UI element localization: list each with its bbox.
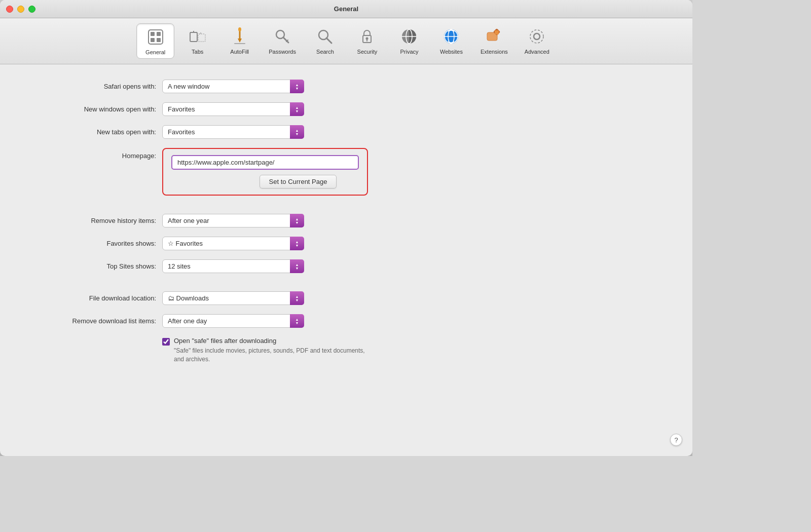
- toolbar: General Tabs: [0, 18, 692, 64]
- safari-opens-row: Safari opens with: A new window A new ta…: [20, 80, 672, 93]
- svg-point-13: [238, 27, 241, 31]
- svg-rect-3: [151, 38, 155, 42]
- tab-websites[interactable]: Websites: [432, 23, 470, 59]
- open-safe-files-checkbox[interactable]: [162, 338, 170, 346]
- svg-rect-31: [495, 30, 499, 34]
- file-download-select-wrapper: 🗂 Downloads Desktop Other...: [162, 291, 304, 305]
- favorites-shows-label: Favorites shows:: [20, 240, 162, 247]
- tab-passwords-label: Passwords: [269, 49, 296, 55]
- remove-download-select-wrapper: After one day After one week Upon succes…: [162, 314, 304, 328]
- tab-privacy-label: Privacy: [400, 49, 418, 55]
- advanced-icon: [527, 26, 547, 47]
- remove-history-select[interactable]: After one year After one month After one…: [162, 214, 304, 227]
- window-title: General: [334, 5, 358, 13]
- favorites-shows-select-wrapper: ☆ Favorites Bookmarks: [162, 237, 304, 250]
- open-safe-files-label: Open "safe" files after downloading: [174, 337, 377, 345]
- file-download-select[interactable]: 🗂 Downloads Desktop Other...: [162, 291, 304, 305]
- new-tabs-row: New tabs open with: Favorites Homepage E…: [20, 125, 672, 139]
- homepage-input[interactable]: [171, 155, 359, 170]
- svg-marker-11: [238, 39, 242, 43]
- safari-opens-select[interactable]: A new window A new tab A new private win…: [162, 80, 304, 93]
- svg-rect-8: [198, 34, 205, 42]
- tab-general[interactable]: General: [136, 23, 174, 59]
- top-sites-select[interactable]: 12 sites 6 sites 24 sites: [162, 259, 304, 273]
- remove-download-label: Remove download list items:: [20, 317, 162, 325]
- content-wrapper: Safari opens with: A new window A new ta…: [0, 64, 692, 456]
- traffic-lights: [6, 6, 35, 13]
- svg-rect-2: [157, 32, 161, 36]
- help-button[interactable]: ?: [670, 434, 682, 446]
- minimize-button[interactable]: [17, 6, 24, 13]
- autofill-icon: [230, 26, 250, 47]
- remove-history-label: Remove history items:: [20, 217, 162, 224]
- open-safe-files-sublabel: "Safe" files include movies, pictures, s…: [174, 347, 377, 364]
- privacy-icon: [399, 26, 419, 47]
- remove-history-select-wrapper: After one year After one month After one…: [162, 214, 304, 227]
- content-area: Safari opens with: A new window A new ta…: [0, 64, 692, 456]
- svg-rect-4: [157, 38, 161, 42]
- remove-history-row: Remove history items: After one year Aft…: [20, 214, 672, 227]
- close-button[interactable]: [6, 6, 13, 13]
- tab-search[interactable]: Search: [306, 23, 344, 59]
- tab-security[interactable]: Security: [348, 23, 386, 59]
- svg-rect-0: [149, 30, 163, 44]
- new-windows-select-wrapper: Favorites Homepage Empty Page: [162, 102, 304, 116]
- svg-rect-1: [151, 32, 155, 36]
- window: General General: [0, 0, 692, 456]
- passwords-icon: [272, 26, 292, 47]
- new-windows-select[interactable]: Favorites Homepage Empty Page: [162, 102, 304, 116]
- tab-extensions-label: Extensions: [481, 49, 508, 55]
- new-tabs-select[interactable]: Favorites Homepage Empty Page: [162, 125, 304, 139]
- new-windows-label: New windows open with:: [20, 105, 162, 113]
- new-tabs-label: New tabs open with:: [20, 128, 162, 136]
- svg-point-33: [530, 30, 543, 43]
- search-icon: [315, 26, 335, 47]
- svg-line-18: [326, 38, 331, 43]
- new-windows-row: New windows open with: Favorites Homepag…: [20, 102, 672, 116]
- extensions-icon: [484, 26, 504, 47]
- tab-autofill-label: AutoFill: [230, 49, 249, 55]
- safari-opens-select-wrapper: A new window A new tab A new private win…: [162, 80, 304, 93]
- tab-advanced[interactable]: Advanced: [518, 23, 556, 59]
- open-safe-files-text: Open "safe" files after downloading "Saf…: [174, 337, 377, 364]
- favorites-shows-row: Favorites shows: ☆ Favorites Bookmarks: [20, 237, 672, 250]
- tab-extensions[interactable]: Extensions: [474, 23, 514, 59]
- open-safe-files-row: Open "safe" files after downloading "Saf…: [162, 337, 672, 364]
- tab-search-label: Search: [316, 49, 334, 55]
- svg-rect-5: [190, 32, 197, 42]
- homepage-input-row: [171, 155, 359, 170]
- tabs-icon: [188, 26, 208, 47]
- homepage-label-outer: Homepage:: [20, 148, 162, 160]
- new-tabs-select-wrapper: Favorites Homepage Empty Page: [162, 125, 304, 139]
- tab-tabs[interactable]: Tabs: [178, 23, 216, 59]
- tab-passwords[interactable]: Passwords: [263, 23, 302, 59]
- file-download-label: File download location:: [20, 294, 162, 302]
- tab-websites-label: Websites: [440, 49, 463, 55]
- safari-opens-label: Safari opens with:: [20, 83, 162, 90]
- tab-privacy[interactable]: Privacy: [390, 23, 428, 59]
- top-sites-row: Top Sites shows: 12 sites 6 sites 24 sit…: [20, 259, 672, 273]
- websites-icon: [441, 26, 461, 47]
- tab-general-label: General: [145, 49, 165, 55]
- security-icon: [357, 26, 377, 47]
- general-icon: [145, 27, 166, 47]
- title-bar: General: [0, 0, 692, 18]
- tab-tabs-label: Tabs: [192, 49, 203, 55]
- top-sites-label: Top Sites shows:: [20, 262, 162, 270]
- set-current-button[interactable]: Set to Current Page: [260, 175, 337, 188]
- file-download-row: File download location: 🗂 Downloads Desk…: [20, 291, 672, 305]
- homepage-section: Set to Current Page: [171, 155, 359, 188]
- tab-autofill[interactable]: AutoFill: [220, 23, 259, 59]
- tab-security-label: Security: [357, 49, 378, 55]
- svg-point-32: [534, 33, 540, 40]
- set-current-row: Set to Current Page: [171, 175, 359, 188]
- remove-download-row: Remove download list items: After one da…: [20, 314, 672, 328]
- tab-advanced-label: Advanced: [525, 49, 549, 55]
- remove-download-select[interactable]: After one day After one week Upon succes…: [162, 314, 304, 328]
- top-sites-select-wrapper: 12 sites 6 sites 24 sites: [162, 259, 304, 273]
- favorites-shows-select[interactable]: ☆ Favorites Bookmarks: [162, 237, 304, 250]
- maximize-button[interactable]: [28, 6, 35, 13]
